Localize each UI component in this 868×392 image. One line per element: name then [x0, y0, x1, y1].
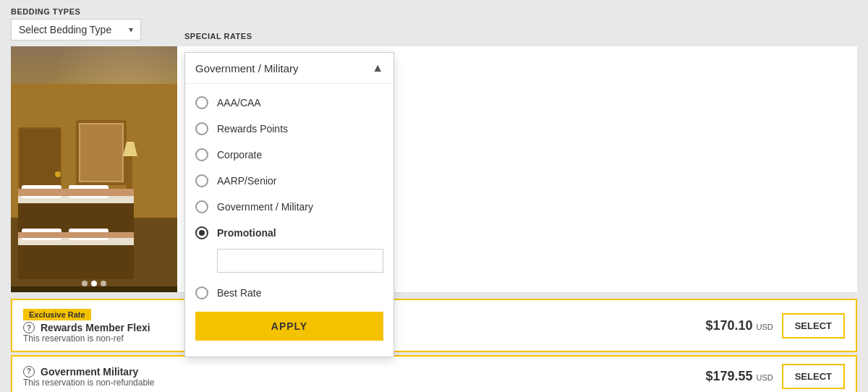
svg-rect-9: [127, 156, 132, 192]
room-svg: [11, 84, 177, 286]
bedding-select[interactable]: Select Bedding Type ▾: [11, 19, 141, 41]
apply-button[interactable]: APPLY: [195, 312, 383, 341]
radio-rewards[interactable]: [195, 122, 208, 135]
rate-desc-2: This reservation is non-refundable: [23, 378, 154, 388]
rate-card-rewards: Exclusive Rate ? Rewards Member Flexi Th…: [11, 299, 857, 352]
option-corporate-label: Corporate: [217, 149, 262, 161]
svg-rect-8: [80, 124, 122, 181]
option-promo-label: Promotional: [217, 227, 276, 239]
dropdown-chevron-up-icon: ▲: [372, 61, 383, 74]
option-rewards[interactable]: Rewards Points: [185, 116, 393, 142]
special-rates-label: SPECIAL RATES: [184, 32, 252, 41]
rate-price-area-1: $170.10 USD SELECT: [705, 313, 845, 338]
rate-card-govt-left: ? Government Military This reservation i…: [23, 366, 154, 388]
select-button-2[interactable]: SELECT: [782, 364, 845, 389]
price-value-2: $179.55: [705, 369, 752, 383]
option-best[interactable]: Best Rate: [185, 280, 393, 306]
radio-corporate[interactable]: [195, 148, 208, 161]
option-rewards-label: Rewards Points: [217, 123, 288, 135]
price-value-1: $170.10: [705, 318, 752, 333]
radio-aarp[interactable]: [195, 174, 208, 187]
image-dots: [82, 281, 106, 286]
option-aaa[interactable]: AAA/CAA: [185, 90, 393, 116]
option-aarp[interactable]: AARP/Senior: [185, 168, 393, 194]
top-bar: BEDDING TYPES Select Bedding Type ▾ SPEC…: [0, 0, 868, 46]
bedding-section: BEDDING TYPES Select Bedding Type ▾: [11, 7, 141, 41]
option-govt-label: Government / Military: [217, 201, 313, 213]
rate-name-2: Government Military: [41, 366, 138, 378]
dropdown-options: AAA/CAA Rewards Points Corporate AARP/Se…: [185, 84, 393, 357]
rate-name-row: ? Rewards Member Flexi: [23, 322, 150, 333]
option-aaa-label: AAA/CAA: [217, 97, 261, 108]
option-aarp-label: AARP/Senior: [217, 175, 276, 187]
room-section: uble Beds cupancy: 4 moking Furnishings …: [11, 46, 857, 293]
exclusive-badge: Exclusive Rate: [23, 309, 91, 320]
svg-rect-15: [18, 189, 134, 196]
dropdown-header[interactable]: Government / Military ▲: [185, 53, 393, 84]
promo-code-input[interactable]: [217, 249, 383, 273]
dot-1: [82, 281, 88, 286]
radio-best[interactable]: [195, 286, 208, 299]
option-best-label: Best Rate: [217, 287, 261, 299]
dot-2: [91, 281, 97, 286]
rate-price-1: $170.10 USD: [705, 318, 773, 333]
svg-rect-20: [18, 232, 134, 238]
rate-price-area-2: $179.55 USD SELECT: [705, 364, 845, 389]
rate-name-1: Rewards Member Flexi: [41, 322, 150, 333]
rate-desc-1: This reservation is non-ref: [23, 333, 150, 344]
radio-govt[interactable]: [195, 200, 208, 213]
svg-point-5: [55, 171, 61, 177]
bedding-label: BEDDING TYPES: [11, 7, 141, 16]
bedding-value: Select Bedding Type: [19, 24, 111, 35]
dot-3: [101, 281, 106, 286]
radio-promo[interactable]: [195, 226, 208, 239]
dropdown-selected-value: Government / Military: [195, 62, 299, 74]
question-icon-1: ?: [23, 322, 35, 333]
special-rates-dropdown: Government / Military ▲ AAA/CAA Rewards …: [184, 52, 394, 357]
rate-card-rewards-left: Exclusive Rate ? Rewards Member Flexi Th…: [23, 307, 150, 344]
rate-name-row-2: ? Government Military: [23, 366, 154, 378]
radio-aaa[interactable]: [195, 96, 208, 109]
svg-rect-16: [18, 239, 134, 279]
option-promo[interactable]: Promotional: [185, 220, 393, 246]
hotel-image-inner: [11, 46, 177, 292]
currency-1: USD: [756, 323, 773, 331]
hotel-image: [11, 46, 177, 292]
rate-price-2: $179.55 USD: [705, 369, 773, 384]
select-button-1[interactable]: SELECT: [782, 313, 845, 338]
option-corporate[interactable]: Corporate: [185, 142, 393, 168]
special-rates-section: SPECIAL RATES Government / Military ▲ AA…: [184, 32, 252, 41]
rate-cards-container: Exclusive Rate ? Rewards Member Flexi Th…: [0, 293, 868, 392]
rate-card-govt: ? Government Military This reservation i…: [11, 355, 857, 392]
promo-input-wrapper: [185, 246, 393, 280]
option-govt[interactable]: Government / Military: [185, 194, 393, 220]
page-wrapper: BEDDING TYPES Select Bedding Type ▾ SPEC…: [0, 0, 868, 392]
exclusive-badge-wrapper: Exclusive Rate: [23, 307, 150, 320]
currency-2: USD: [756, 373, 773, 382]
bedding-chevron-icon: ▾: [129, 25, 133, 35]
question-icon-2: ?: [23, 366, 35, 378]
